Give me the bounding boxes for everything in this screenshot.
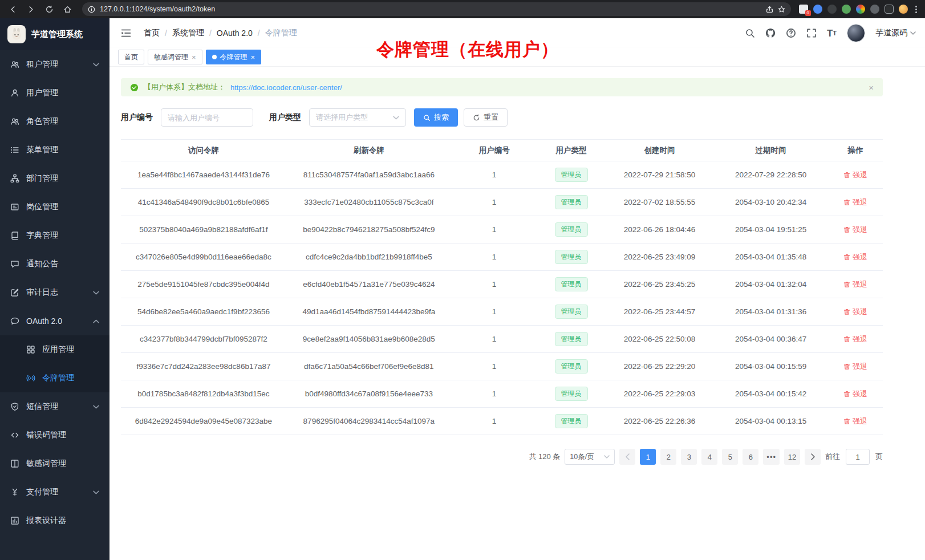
tab-close-icon[interactable]: ×	[251, 54, 255, 61]
page-button-6[interactable]: 6	[743, 449, 758, 465]
user-id: 1	[452, 161, 537, 189]
reload-icon[interactable]	[42, 2, 56, 16]
search-button[interactable]: 搜索	[414, 108, 458, 127]
force-logout-button[interactable]: 强退	[843, 389, 867, 399]
force-logout-button[interactable]: 强退	[843, 362, 867, 372]
user-menu[interactable]: 芋道源码	[875, 28, 916, 38]
sidebar-item-post[interactable]: 岗位管理	[0, 193, 109, 221]
forward-icon[interactable]	[24, 2, 38, 16]
sidebar-item-menu[interactable]: 菜单管理	[0, 136, 109, 164]
sidebar-item-oauth-token[interactable]: 令牌管理	[0, 364, 109, 392]
page-ellipsis[interactable]: •••	[763, 449, 780, 465]
access-token: 6d842e2924594de9a09e45e087323abe	[121, 408, 286, 435]
user-type-badge: 管理员	[555, 414, 588, 428]
extension-icon[interactable]	[827, 5, 837, 14]
tab-home[interactable]: 首页	[118, 50, 144, 64]
github-icon[interactable]	[765, 28, 776, 38]
page-size-select[interactable]: 10条/页	[565, 449, 615, 465]
search-button-label: 搜索	[434, 112, 449, 123]
breadcrumb-item[interactable]: 系统管理	[172, 28, 204, 38]
force-logout-button[interactable]: 强退	[843, 170, 867, 180]
fullscreen-icon[interactable]	[806, 28, 817, 38]
tab-sensitive-word[interactable]: 敏感词管理 ×	[148, 50, 202, 64]
sidebar-item-oauth-app[interactable]: 应用管理	[0, 335, 109, 364]
share-icon[interactable]	[766, 6, 773, 13]
page-button-4[interactable]: 4	[701, 449, 717, 465]
user-id-input[interactable]	[161, 108, 253, 127]
browser-profile-avatar[interactable]	[899, 5, 908, 14]
expired-time: 2022-07-29 22:28:50	[713, 161, 827, 189]
sidebar-item-notice[interactable]: 通知公告	[0, 250, 109, 278]
user-type-badge: 管理员	[555, 250, 588, 264]
expired-time: 2054-03-04 00:15:42	[713, 380, 827, 408]
sidebar-item-user[interactable]: 用户管理	[0, 79, 109, 107]
collapse-sidebar-icon[interactable]	[119, 26, 133, 40]
page-button-1[interactable]: 1	[640, 449, 656, 465]
sidebar-item-errorcode[interactable]: 错误码管理	[0, 421, 109, 449]
extension-icon[interactable]	[885, 5, 894, 14]
tab-token-active[interactable]: 令牌管理 ×	[206, 50, 262, 64]
sidebar-item-payment[interactable]: 支付管理	[0, 478, 109, 506]
force-logout-button[interactable]: 强退	[843, 197, 867, 208]
next-page-button[interactable]	[805, 449, 821, 465]
doc-link[interactable]: https://doc.iocoder.cn/user-center/	[230, 83, 342, 92]
force-logout-button[interactable]: 强退	[843, 307, 867, 317]
back-icon[interactable]	[6, 2, 19, 16]
close-icon[interactable]: ×	[869, 83, 874, 92]
prev-page-button[interactable]	[619, 449, 635, 465]
breadcrumb-item[interactable]: 首页	[144, 28, 160, 38]
expired-time: 2054-03-04 00:13:15	[713, 408, 827, 435]
user-id: 1	[452, 298, 537, 326]
refresh-token: 8796295f04064c2983414cc54af1097a	[286, 408, 452, 435]
bookmark-star-icon[interactable]	[778, 6, 785, 13]
notice-icon	[10, 259, 19, 269]
sidebar-item-tenant[interactable]: 租户管理	[0, 50, 109, 79]
force-logout-button[interactable]: 强退	[843, 225, 867, 235]
extension-icon[interactable]	[842, 5, 851, 14]
menu-icon	[10, 145, 19, 155]
page-button-3[interactable]: 3	[681, 449, 697, 465]
extension-icon[interactable]	[856, 5, 865, 14]
home-icon[interactable]	[60, 2, 74, 16]
table-row: c342377bf8b344799dcbf7bf095287f2 9ce8ef2…	[121, 326, 883, 353]
search-icon[interactable]	[745, 28, 755, 38]
tab-close-icon[interactable]: ×	[192, 54, 196, 61]
table-row: 54d6be82ee5a460a9aedc1f9bf223656 49d1aa4…	[121, 298, 883, 326]
user-type-select[interactable]: 请选择用户类型	[309, 108, 406, 127]
tenant-users-icon	[10, 60, 19, 69]
force-logout-button[interactable]: 强退	[843, 252, 867, 262]
page-button-2[interactable]: 2	[660, 449, 676, 465]
goto-page-input[interactable]	[846, 449, 870, 465]
force-logout-button[interactable]: 强退	[843, 416, 867, 427]
annotation-text: 令牌管理（在线用户）	[376, 38, 559, 62]
page-button-5[interactable]: 5	[722, 449, 738, 465]
sidebar-item-sms[interactable]: 短信管理	[0, 392, 109, 421]
browser-menu-icon[interactable]	[913, 6, 919, 13]
sidebar-item-oauth[interactable]: OAuth 2.0	[0, 307, 109, 335]
extension-icon[interactable]	[870, 5, 879, 14]
extension-icon[interactable]: 0	[799, 5, 808, 14]
help-icon[interactable]	[786, 28, 796, 38]
expired-time: 2054-03-04 01:32:04	[713, 271, 827, 298]
user-id: 1	[452, 353, 537, 380]
page-button-12[interactable]: 12	[784, 449, 800, 465]
sidebar-item-report[interactable]: 报表设计器	[0, 506, 109, 535]
sidebar-item-dept[interactable]: 部门管理	[0, 164, 109, 193]
sensitive-word-icon	[10, 459, 19, 468]
force-logout-button[interactable]: 强退	[843, 334, 867, 344]
sidebar-item-sensitive[interactable]: 敏感词管理	[0, 449, 109, 478]
force-logout-button[interactable]: 强退	[843, 279, 867, 290]
sidebar-item-role[interactable]: 角色管理	[0, 107, 109, 136]
url-bar[interactable]: 127.0.0.1:1024/system/oauth2/token	[82, 2, 791, 16]
breadcrumb-item-current: 令牌管理	[265, 28, 297, 38]
refresh-token: b0df4980ffd34c67a08f9156e4eee733	[286, 380, 452, 408]
breadcrumb-item[interactable]: OAuth 2.0	[217, 29, 253, 38]
site-info-icon[interactable]	[88, 6, 95, 13]
extension-icon[interactable]	[813, 5, 822, 14]
avatar[interactable]	[847, 24, 865, 42]
reset-button[interactable]: 重置	[464, 108, 508, 127]
font-size-icon[interactable]: TT	[827, 29, 837, 38]
sidebar-item-dict[interactable]: 字典管理	[0, 221, 109, 250]
app-logo-row[interactable]: 芋道管理系统	[0, 18, 109, 50]
sidebar-item-audit[interactable]: 审计日志	[0, 278, 109, 307]
